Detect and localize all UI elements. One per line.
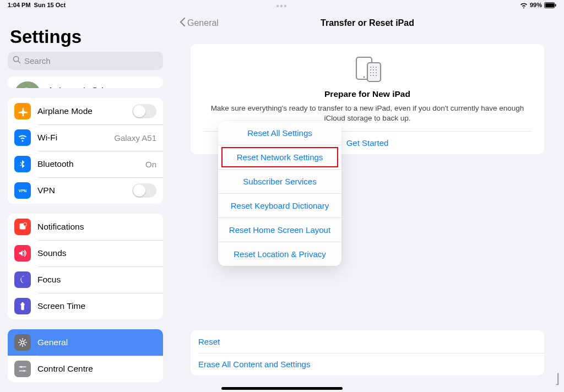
sidebar-item-label: VPN <box>37 186 126 195</box>
svg-point-14 <box>21 341 24 344</box>
svg-rect-21 <box>367 63 381 81</box>
sidebar-item-screentime[interactable]: Screen Time <box>8 293 163 319</box>
sidebar-item-notifications[interactable]: Notifications <box>8 214 163 240</box>
sidebar-item-label: Bluetooth <box>37 159 139 169</box>
popover-item[interactable]: Reset Home Screen Layout <box>218 217 341 242</box>
sidebar-item-label: Focus <box>37 275 156 285</box>
status-bar: 1:04 PM Sun 15 Oct ••• 99% <box>0 0 564 10</box>
prepare-heading: Prepare for New iPad <box>204 89 531 99</box>
sidebar-item-label: Wi-Fi <box>37 133 107 143</box>
back-button[interactable]: General <box>180 17 219 29</box>
svg-rect-18 <box>19 371 26 371</box>
focus-icon <box>14 271 31 288</box>
svg-point-24 <box>376 67 377 68</box>
svg-rect-1 <box>545 3 554 7</box>
sidebar-item-value: On <box>145 160 156 169</box>
sidebar-item-general[interactable]: General <box>8 329 163 356</box>
artifact-corner-icon: ⌋ <box>555 371 560 386</box>
svg-point-13 <box>24 223 27 226</box>
avatar <box>14 81 41 88</box>
sidebar-item-appleid[interactable]: Ashutosh Srivastava Apple ID, iCloud, Me… <box>8 77 163 88</box>
svg-point-27 <box>376 69 377 70</box>
prepare-desc: Make sure everything's ready to transfer… <box>204 104 531 123</box>
svg-point-31 <box>370 75 371 76</box>
erase-button[interactable]: Erase All Content and Settings <box>191 353 544 375</box>
airplane-toggle[interactable] <box>132 104 156 118</box>
svg-point-26 <box>373 69 374 70</box>
reset-button[interactable]: Reset <box>191 330 544 353</box>
sidebar-group: GeneralControl Centre <box>8 329 163 382</box>
bluetooth-icon <box>14 156 31 172</box>
search-icon <box>13 56 21 66</box>
svg-text:VPN: VPN <box>19 189 27 193</box>
svg-rect-5 <box>14 81 41 88</box>
nav-title: Transfer or Reset iPad <box>321 18 414 28</box>
sidebar-item-bluetooth[interactable]: BluetoothOn <box>8 151 163 177</box>
sounds-icon <box>14 245 31 262</box>
sidebar-item-label: General <box>37 337 156 347</box>
notifications-icon <box>14 219 31 235</box>
back-label: General <box>187 18 219 28</box>
devices-icon <box>204 55 531 84</box>
svg-rect-16 <box>19 367 26 367</box>
nav-header: General Transfer or Reset iPad <box>171 10 564 36</box>
search-input[interactable] <box>8 52 163 70</box>
airplane-icon <box>14 103 31 119</box>
svg-line-4 <box>18 61 20 63</box>
screentime-icon <box>14 298 31 314</box>
popover-item[interactable]: Reset Location & Privacy <box>218 242 341 266</box>
popover-item[interactable]: Reset Network Settings <box>218 145 341 169</box>
controlcentre-icon <box>14 361 31 377</box>
account-name: Ashutosh Srivastava <box>47 86 147 89</box>
svg-point-33 <box>376 75 377 76</box>
general-icon <box>14 334 31 351</box>
sidebar-item-label: Notifications <box>37 222 156 232</box>
vpn-icon: VPN <box>14 182 31 199</box>
sidebar: Settings Ashutosh Srivastava Apple ID, i… <box>0 0 171 392</box>
svg-point-22 <box>370 67 371 68</box>
reset-popover: Reset All SettingsReset Network Settings… <box>218 121 341 266</box>
sidebar-item-label: Sounds <box>37 248 156 258</box>
sidebar-group: Airplane ModeWi-FiGalaxy A51BluetoothOnV… <box>8 98 163 204</box>
home-indicator[interactable] <box>221 387 343 390</box>
sidebar-item-focus[interactable]: Focus <box>8 266 163 293</box>
sidebar-item-label: Control Centre <box>37 364 156 374</box>
popover-item[interactable]: Reset Keyboard Dictionary <box>218 193 341 217</box>
svg-point-32 <box>373 75 374 76</box>
sidebar-item-wifi[interactable]: Wi-FiGalaxy A51 <box>8 124 163 151</box>
chevron-left-icon <box>180 17 186 29</box>
svg-point-25 <box>370 69 371 70</box>
wifi-icon <box>520 2 528 8</box>
page-title: Settings <box>0 13 171 52</box>
sidebar-item-value: Galaxy A51 <box>114 133 156 143</box>
search-text[interactable] <box>24 56 158 66</box>
sidebar-item-controlcentre[interactable]: Control Centre <box>8 356 163 382</box>
svg-rect-2 <box>555 4 556 7</box>
popover-item[interactable]: Subscriber Services <box>218 169 341 193</box>
sidebar-item-sounds[interactable]: Sounds <box>8 240 163 266</box>
svg-point-20 <box>363 76 365 78</box>
multitask-dots-icon[interactable]: ••• <box>276 2 288 10</box>
svg-point-30 <box>376 72 377 73</box>
sidebar-item-airplane[interactable]: Airplane Mode <box>8 98 163 124</box>
sidebar-item-label: Airplane Mode <box>37 106 126 116</box>
reset-card: Reset Erase All Content and Settings <box>191 330 544 375</box>
status-battery-pct: 99% <box>530 2 542 8</box>
sidebar-item-label: Screen Time <box>37 301 156 311</box>
popover-item[interactable]: Reset All Settings <box>218 121 341 145</box>
status-date: Sun 15 Oct <box>34 2 66 8</box>
svg-point-23 <box>373 67 374 68</box>
svg-point-29 <box>373 72 374 73</box>
wifi-icon <box>14 129 31 146</box>
account-card: Ashutosh Srivastava Apple ID, iCloud, Me… <box>8 77 163 88</box>
svg-point-28 <box>370 72 371 73</box>
sidebar-item-vpn[interactable]: VPNVPN <box>8 177 163 204</box>
sidebar-group: NotificationsSoundsFocusScreen Time <box>8 214 163 319</box>
battery-icon <box>544 2 556 8</box>
vpn-toggle[interactable] <box>132 183 156 198</box>
status-time: 1:04 PM <box>8 2 31 8</box>
